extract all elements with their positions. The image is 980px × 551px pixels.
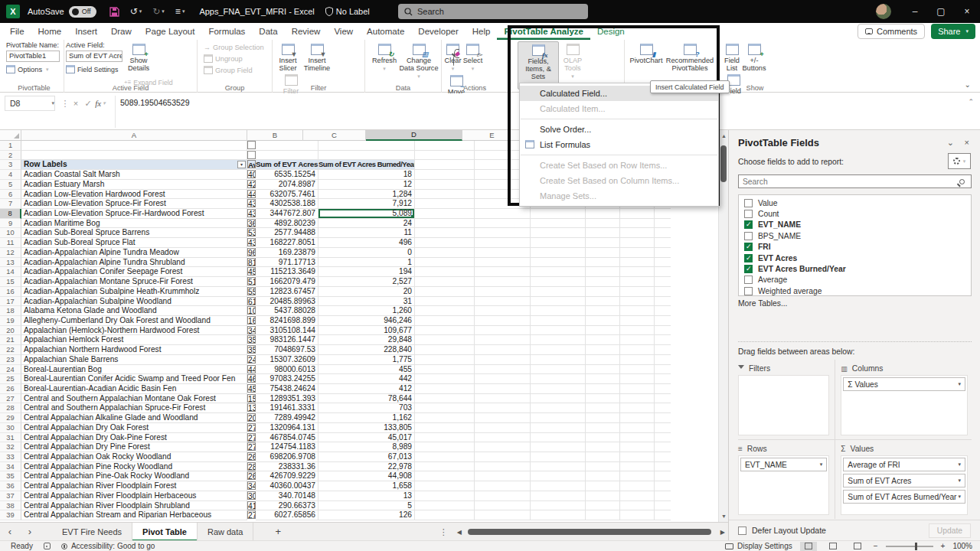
column-header[interactable]: A: [21, 130, 247, 141]
cell-e[interactable]: [415, 228, 475, 238]
zoom-slider[interactable]: [886, 546, 933, 547]
ribbon-tab[interactable]: Design: [590, 23, 632, 40]
cell-h[interactable]: [586, 452, 620, 462]
cell-b[interactable]: 818.4: [247, 258, 256, 266]
cell-i[interactable]: [620, 287, 655, 297]
accessibility-status[interactable]: Accessibility: Good to go: [61, 542, 155, 550]
row-header[interactable]: 28: [0, 403, 21, 413]
cell-h[interactable]: [586, 355, 620, 365]
group-field-button[interactable]: Group Field: [204, 64, 270, 76]
cell-f[interactable]: [475, 297, 531, 307]
cell-f[interactable]: [475, 403, 531, 413]
name-box[interactable]: D8▾: [5, 96, 55, 111]
cell-i[interactable]: [620, 403, 655, 413]
select-button[interactable]: ▻Select▾: [462, 41, 483, 73]
zoom-in-button[interactable]: +: [941, 542, 946, 550]
cell-f[interactable]: [475, 248, 531, 258]
cell-g[interactable]: [531, 462, 586, 472]
cell-g[interactable]: [531, 510, 586, 520]
cell-h[interactable]: [586, 491, 620, 501]
cell-a[interactable]: Acadian-Appalachian Subalpine Heath-Krum…: [21, 287, 247, 297]
cell-d[interactable]: 44,908: [318, 471, 415, 481]
field-item[interactable]: EVT Acres Burned/Year: [744, 263, 971, 274]
options-button[interactable]: Options▾: [6, 64, 62, 75]
row-header[interactable]: 22: [0, 345, 21, 355]
active-field-input[interactable]: Sum of EVT Acres Bu: [66, 51, 122, 62]
cell-g[interactable]: [531, 394, 586, 404]
cell-j[interactable]: [655, 219, 671, 229]
cell-c[interactable]: 97083.24255: [256, 374, 318, 384]
cell-e[interactable]: [415, 297, 475, 307]
cell-e[interactable]: [415, 151, 475, 161]
cell-b[interactable]: 342.4571429: [247, 326, 256, 334]
cell-c[interactable]: 1662079.479: [256, 277, 318, 287]
cell-c[interactable]: 1289351.393: [256, 394, 318, 404]
cell-e[interactable]: [415, 355, 475, 365]
cell-b[interactable]: 273.661157: [247, 433, 256, 442]
field-checkbox[interactable]: [744, 287, 753, 295]
cell-j[interactable]: [655, 287, 671, 297]
row-header[interactable]: 36: [0, 481, 21, 491]
cell-a[interactable]: Central and Southern Appalachian Spruce-…: [21, 403, 247, 413]
cell-c[interactable]: 15307.32609: [256, 355, 318, 365]
cell-a[interactable]: Central Appalachian River Floodplain Her…: [21, 491, 247, 501]
cell-j[interactable]: [655, 403, 671, 413]
scroll-left-icon[interactable]: ◀: [457, 529, 462, 536]
ribbon-tab[interactable]: Review: [285, 23, 328, 40]
cell-i[interactable]: [620, 326, 655, 336]
cell-a[interactable]: Appalachian Hemlock Forest▾: [21, 335, 247, 345]
cell-j[interactable]: [655, 442, 671, 452]
cell-d[interactable]: 455: [318, 365, 415, 375]
cell-a[interactable]: Acadian Maritime Bog▾: [21, 219, 247, 229]
cell-a[interactable]: ▾: [21, 141, 247, 151]
cell-b[interactable]: 557.5185185: [247, 287, 256, 295]
cell-g[interactable]: [531, 374, 586, 384]
cell-g[interactable]: [531, 238, 586, 248]
more-tables-link[interactable]: More Tables...: [738, 299, 787, 308]
cell-d[interactable]: 29,848: [318, 335, 415, 345]
cell-b[interactable]: 279.4661017: [247, 442, 256, 451]
cell-i[interactable]: [620, 462, 655, 472]
ribbon-tab[interactable]: Help: [466, 23, 498, 40]
scroll-right-icon[interactable]: ▶: [720, 529, 725, 536]
menu-item[interactable]: Create Set Based on Row Items...: [520, 158, 718, 173]
cell-f[interactable]: [475, 267, 531, 277]
cell-e[interactable]: [415, 258, 475, 268]
search-box[interactable]: Search: [398, 4, 588, 19]
autosave-control[interactable]: AutoSave Off: [28, 6, 96, 18]
row-header[interactable]: 24: [0, 365, 21, 375]
row-header[interactable]: 39: [0, 510, 21, 520]
cell-j[interactable]: [655, 394, 671, 404]
insert-slicer-button[interactable]: ▼Insert Slicer: [274, 41, 302, 72]
cell-e[interactable]: [415, 306, 475, 316]
cell-b[interactable]: 964.25: [247, 248, 256, 256]
cell-c[interactable]: [256, 141, 318, 151]
cell-e[interactable]: [415, 510, 475, 520]
cell-c[interactable]: 8241698.899: [256, 316, 318, 326]
cell-a[interactable]: Row Labels▾: [21, 160, 247, 170]
row-header[interactable]: 13: [0, 258, 21, 268]
filter-dropdown-icon[interactable]: ▾: [237, 161, 246, 168]
cell-h[interactable]: [586, 365, 620, 375]
cell-h[interactable]: [586, 462, 620, 472]
rows-area[interactable]: ≡Rows EVT_NAME▾: [738, 439, 835, 519]
cell-c[interactable]: 3447672.807: [256, 209, 318, 219]
row-header[interactable]: 10: [0, 228, 21, 238]
cell-b[interactable]: [247, 151, 256, 159]
field-item[interactable]: Count: [744, 208, 971, 219]
cell-e[interactable]: [415, 374, 475, 384]
field-checkbox[interactable]: [744, 199, 753, 207]
row-header[interactable]: 18: [0, 306, 21, 316]
cell-h[interactable]: [586, 442, 620, 452]
cell-f[interactable]: [475, 238, 531, 248]
cell-h[interactable]: [586, 423, 620, 433]
cell-g[interactable]: [531, 345, 586, 355]
plus-minus-buttons-button[interactable]: ++/- Buttons: [743, 41, 766, 72]
cell-f[interactable]: [475, 228, 531, 238]
cell-g[interactable]: [531, 452, 586, 462]
cell-g[interactable]: [531, 471, 586, 481]
pivotchart-button[interactable]: ▮PivotChart: [628, 41, 665, 64]
cell-j[interactable]: [655, 238, 671, 248]
cell-f[interactable]: [475, 335, 531, 345]
cell-i[interactable]: [620, 258, 655, 268]
